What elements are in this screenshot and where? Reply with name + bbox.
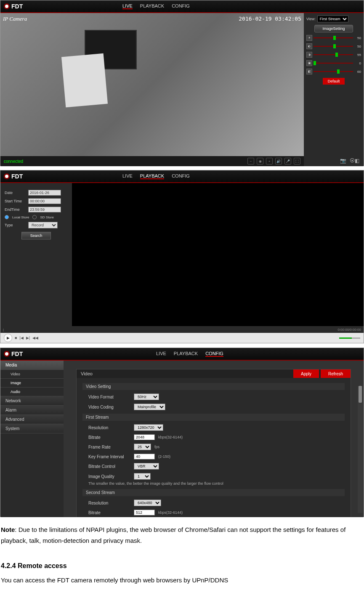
scrollbar[interactable] bbox=[358, 386, 363, 513]
nav-live[interactable]: LIVE bbox=[156, 351, 166, 357]
slider-icon: ☀ bbox=[306, 35, 312, 41]
iq-hint: The smaller the value, the better the im… bbox=[82, 481, 345, 487]
zoom-out-icon[interactable]: − bbox=[247, 158, 254, 165]
slider-row-2: ◑55 bbox=[306, 52, 361, 58]
videocoding-select[interactable]: Mainprofile bbox=[134, 404, 165, 410]
video-feed[interactable]: IP Camera 2016-02-19 03:42:05 bbox=[0, 13, 304, 156]
slider-value: 60 bbox=[354, 70, 361, 74]
menu-image[interactable]: Image bbox=[0, 379, 64, 388]
stepback-icon[interactable]: |◀ bbox=[19, 336, 23, 340]
videoformat-select[interactable]: 50Hz bbox=[134, 393, 159, 400]
zoom-reset-icon[interactable]: ◉ bbox=[257, 158, 263, 165]
topbar: FDT LIVE PLAYBACK CONFIG bbox=[0, 348, 364, 361]
iq-label: Image Quality bbox=[88, 474, 130, 479]
nav-playback[interactable]: PLAYBACK bbox=[174, 351, 198, 357]
menu-advanced[interactable]: Advanced bbox=[0, 415, 64, 424]
section-video-setting: Video Setting bbox=[82, 383, 345, 390]
slider-row-3: ▣0 bbox=[306, 60, 361, 66]
sd-store-radio[interactable] bbox=[32, 215, 37, 219]
menu-video[interactable]: Video bbox=[0, 370, 64, 379]
bc-select[interactable]: VBR bbox=[134, 463, 159, 470]
default-button[interactable]: Default bbox=[323, 78, 345, 85]
br2-input[interactable] bbox=[134, 510, 155, 515]
logo-icon bbox=[4, 351, 10, 357]
refresh-button[interactable]: Refresh bbox=[321, 369, 351, 378]
fr1-label: Frame Rate bbox=[88, 445, 130, 449]
local-store-radio[interactable] bbox=[5, 215, 9, 219]
nav-live[interactable]: LIVE bbox=[122, 3, 133, 9]
connection-status: connected bbox=[4, 159, 23, 164]
br1-input[interactable] bbox=[134, 434, 155, 440]
menu-audio[interactable]: Audio bbox=[0, 388, 64, 396]
speaker-icon[interactable]: 🔊 bbox=[275, 158, 282, 165]
note-label: Note bbox=[1, 526, 15, 533]
sd-store-label: SD Store bbox=[40, 215, 53, 219]
note-text: : Due to the limitations of NPAPI plugin… bbox=[1, 526, 345, 544]
slider-track[interactable] bbox=[314, 71, 353, 72]
volume-slider[interactable] bbox=[339, 337, 360, 339]
slider-track[interactable] bbox=[314, 54, 353, 55]
fullscreen-icon[interactable]: ⛶ bbox=[294, 158, 300, 165]
menu-system[interactable]: System bbox=[0, 424, 64, 433]
image-setting-button[interactable]: ImageSetting bbox=[314, 25, 353, 32]
menu-alarm[interactable]: Alarm bbox=[0, 406, 64, 415]
osd-timestamp: 2016-02-19 03:42:05 bbox=[239, 16, 301, 22]
starttime-input[interactable] bbox=[28, 198, 61, 204]
kfi-label: Key Frame Interval bbox=[88, 454, 130, 459]
nav-config[interactable]: CONFIG bbox=[205, 351, 223, 357]
res1-select[interactable]: 1280x720 bbox=[134, 424, 163, 431]
nav-config[interactable]: CONFIG bbox=[172, 173, 190, 179]
videocoding-label: Video Coding bbox=[88, 405, 130, 409]
nav-live[interactable]: LIVE bbox=[122, 173, 133, 179]
screenshot-live: FDT LIVE PLAYBACK CONFIG IP Camera 2016-… bbox=[0, 0, 364, 166]
type-select[interactable]: Record bbox=[28, 222, 58, 228]
kfi-input[interactable] bbox=[134, 454, 155, 460]
slider-value: 50 bbox=[354, 36, 361, 40]
brand-logo: FDT bbox=[4, 351, 23, 357]
section-first-stream: First Stream bbox=[82, 414, 345, 421]
menu-network[interactable]: Network bbox=[0, 396, 64, 406]
brand-logo: FDT bbox=[4, 3, 23, 10]
slider-track[interactable] bbox=[314, 63, 353, 64]
bc-label: Bitrate Control bbox=[88, 464, 130, 469]
slider-value: 50 bbox=[354, 45, 361, 48]
apply-button[interactable]: Apply bbox=[293, 369, 319, 378]
br1-label: Bitrate bbox=[88, 435, 130, 440]
view-select[interactable]: First Stream bbox=[317, 16, 348, 22]
nav-config[interactable]: CONFIG bbox=[172, 3, 190, 9]
stop-icon[interactable]: ■ bbox=[15, 336, 17, 340]
slider-track[interactable] bbox=[314, 37, 353, 38]
mic-icon[interactable]: 🎤 bbox=[284, 158, 291, 165]
play-button[interactable]: ▶ bbox=[4, 334, 12, 342]
slider-icon: ◧ bbox=[306, 69, 312, 74]
zoom-in-icon[interactable]: + bbox=[266, 158, 273, 165]
date-input[interactable] bbox=[28, 190, 61, 196]
nav-playback[interactable]: PLAYBACK bbox=[140, 173, 164, 179]
slider-row-4: ◧60 bbox=[306, 69, 361, 74]
fr1-select[interactable]: 25 bbox=[134, 444, 151, 450]
stepfwd-icon[interactable]: ▶| bbox=[26, 336, 30, 340]
search-button[interactable]: Search bbox=[21, 232, 51, 239]
slider-row-0: ☀50 bbox=[306, 35, 361, 41]
video-panel: IP Camera 2016-02-19 03:42:05 connected … bbox=[0, 13, 304, 166]
br2-label: Bitrate bbox=[88, 510, 130, 515]
config-menu: Media Video Image Audio Network Alarm Ad… bbox=[0, 361, 64, 517]
res2-select[interactable]: 640x480 bbox=[134, 499, 161, 506]
videoformat-label: Video Format bbox=[88, 395, 130, 399]
video-bottombar: connected − ◉ + 🔊 🎤 ⛶ bbox=[0, 156, 304, 166]
record-icon[interactable]: ⦿◧ bbox=[350, 158, 359, 164]
endtime-input[interactable] bbox=[28, 207, 61, 212]
topbar: FDT LIVE PLAYBACK CONFIG bbox=[0, 170, 364, 183]
timeline-bar[interactable]: | 0:00:00/0:00:00 bbox=[0, 326, 364, 333]
nav-playback[interactable]: PLAYBACK bbox=[140, 3, 164, 9]
slider-row-1: ◐50 bbox=[306, 43, 361, 49]
screenshot-config: FDT LIVE PLAYBACK CONFIG Media Video Ima… bbox=[0, 348, 364, 517]
slider-icon: ▣ bbox=[306, 60, 312, 66]
snapshot-icon[interactable]: 📷 bbox=[340, 158, 346, 164]
section-body: You can access the FDT camera remotely t… bbox=[0, 575, 364, 589]
timeline-marker-start: | bbox=[3, 328, 4, 332]
menu-media[interactable]: Media bbox=[0, 361, 64, 370]
slow-icon[interactable]: ◀◀ bbox=[32, 336, 38, 340]
iq-select[interactable]: 1 bbox=[134, 473, 151, 480]
slider-track[interactable] bbox=[314, 46, 353, 47]
